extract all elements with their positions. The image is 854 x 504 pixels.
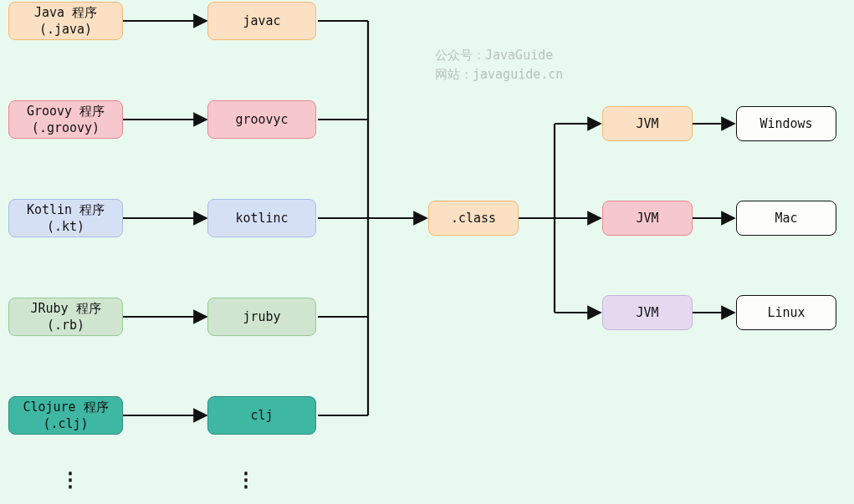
watermark: 公众号：JavaGuide 网站：javaguide.cn [435, 46, 563, 84]
ellipsis-sources: ⋮ [60, 468, 80, 491]
ellipsis-compilers: ⋮ [236, 468, 256, 491]
jvm-windows: JVM [602, 106, 693, 141]
flow-arrows [0, 0, 854, 504]
compiler-groovyc: groovyc [207, 100, 316, 139]
source-java: Java 程序 (.java) [8, 2, 123, 40]
os-mac: Mac [736, 201, 836, 236]
compiler-javac: javac [207, 2, 316, 40]
compiler-jruby: jruby [207, 298, 316, 336]
watermark-line-2: 网站：javaguide.cn [435, 65, 563, 84]
os-linux: Linux [736, 295, 836, 330]
compiler-kotlinc: kotlinc [207, 199, 316, 237]
class-file: .class [428, 201, 519, 236]
source-clojure: Clojure 程序 (.clj) [8, 396, 123, 435]
os-windows: Windows [736, 106, 836, 141]
watermark-line-1: 公众号：JavaGuide [435, 46, 563, 65]
jvm-mac: JVM [602, 201, 693, 236]
source-kotlin: Kotlin 程序 (.kt) [8, 199, 123, 237]
compiler-clj: clj [207, 396, 316, 435]
source-groovy: Groovy 程序 (.groovy) [8, 100, 123, 139]
jvm-linux: JVM [602, 295, 693, 330]
source-jruby: JRuby 程序 (.rb) [8, 298, 123, 336]
